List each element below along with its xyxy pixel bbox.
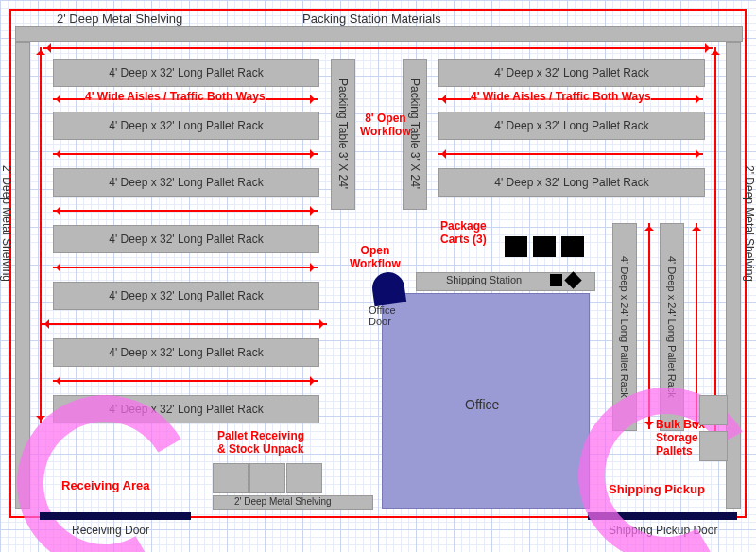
station-box-icon <box>550 274 562 286</box>
aisle-l4 <box>53 267 318 268</box>
label-bottom-shelving: 2' Deep Metal Shelving <box>234 496 332 507</box>
label-receiving-door: Receiving Door <box>72 524 149 537</box>
rack-l4: 4' Deep x 32' Long Pallet Rack <box>53 225 319 253</box>
unpack-2 <box>249 463 285 493</box>
label-shipping-pickup: Shipping Pickup <box>609 482 705 496</box>
label-office: Office <box>465 397 499 412</box>
label-aisle-r: 4' Wide Aisles / Traffic Both Ways <box>471 90 651 103</box>
label-aisle-l: 4' Wide Aisles / Traffic Both Ways <box>85 90 266 103</box>
bulk-pallet-1 <box>699 395 728 425</box>
rack-r3: 4' Deep x 32' Long Pallet Rack <box>438 168 705 197</box>
unpack-3 <box>286 463 322 493</box>
aisle-l2 <box>53 153 318 155</box>
label-right-shelving: 2' Deep Metal Shelving <box>743 165 756 282</box>
rack-r2: 4' Deep x 32' Long Pallet Rack <box>438 112 705 140</box>
label-office-door: Office Door <box>369 304 396 327</box>
aisle-l5 <box>42 323 327 325</box>
aisle-l6 <box>53 380 318 382</box>
rack-l5: 4' Deep x 32' Long Pallet Rack <box>53 282 319 310</box>
label-shipping-station: Shipping Station <box>446 274 522 285</box>
top-shelf <box>15 26 743 42</box>
label-receiving-area: Receiving Area <box>61 478 149 492</box>
cart-2 <box>533 236 556 257</box>
rack-l2: 4' Deep x 32' Long Pallet Rack <box>53 112 319 140</box>
arrow-left <box>40 47 42 423</box>
rack-l3: 4' Deep x 32' Long Pallet Rack <box>53 168 319 197</box>
cart-1 <box>505 236 527 257</box>
cart-3 <box>561 236 584 257</box>
label-packing-materials: Packing Station Materials <box>302 11 441 26</box>
label-left-shelving: 2' Deep Metal Shelving <box>0 165 13 282</box>
label-pallet-receiving: Pallet Receiving & Stock Unpack <box>217 429 304 456</box>
arrow-top <box>43 47 713 49</box>
rack-r1: 4' Deep x 32' Long Pallet Rack <box>438 59 705 87</box>
rack-l1: 4' Deep x 32' Long Pallet Rack <box>53 59 319 87</box>
receiving-door <box>40 512 191 520</box>
label-bulk: Bulk Box Storage Pallets <box>656 418 705 457</box>
aisle-l3 <box>53 210 318 212</box>
label-carts: Package Carts (3) <box>440 219 487 246</box>
label-8ft-workflow: 8' Open Workflow <box>360 112 411 138</box>
aisle-r2 <box>438 153 703 155</box>
bulk-pallet-2 <box>699 431 728 461</box>
label-top-shelving: 2' Deep Metal Shelving <box>57 11 182 26</box>
unpack-1 <box>213 463 249 493</box>
label-open-workflow: Open Workflow <box>350 244 401 270</box>
packing-table-1: Packing Table 3' X 24' <box>331 59 355 210</box>
rack-l6: 4' Deep x 32' Long Pallet Rack <box>53 338 319 367</box>
